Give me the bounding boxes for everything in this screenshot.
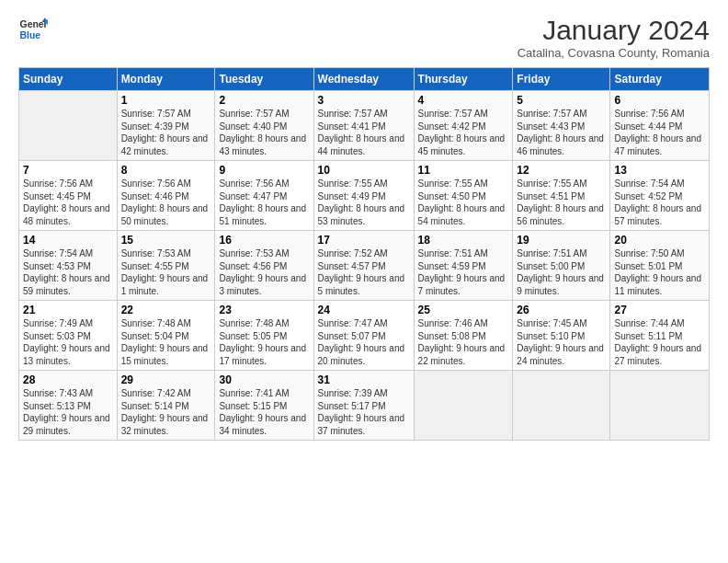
day-number: 27 — [614, 304, 705, 316]
day-info: Sunrise: 7:57 AMSunset: 4:39 PMDaylight:… — [121, 108, 211, 157]
day-info: Sunrise: 7:47 AMSunset: 5:07 PMDaylight:… — [318, 317, 410, 367]
day-info: Sunrise: 7:49 AMSunset: 5:03 PMDaylight:… — [23, 317, 113, 367]
day-number: 22 — [121, 304, 211, 316]
logo-icon: General Blue — [18, 15, 48, 44]
calendar-cell: 4Sunrise: 7:57 AMSunset: 4:42 PMDaylight… — [414, 91, 513, 161]
day-info: Sunrise: 7:57 AMSunset: 4:40 PMDaylight:… — [219, 108, 309, 157]
day-number: 8 — [121, 164, 211, 177]
calendar-cell — [414, 371, 513, 441]
day-number: 21 — [23, 304, 113, 316]
calendar-week-row: 7Sunrise: 7:56 AMSunset: 4:45 PMDaylight… — [19, 161, 710, 231]
calendar-cell: 11Sunrise: 7:55 AMSunset: 4:50 PMDayligh… — [414, 161, 513, 231]
day-number: 6 — [614, 94, 705, 107]
calendar-cell — [610, 371, 710, 441]
day-info: Sunrise: 7:54 AMSunset: 4:52 PMDaylight:… — [614, 178, 705, 227]
svg-text:Blue: Blue — [20, 30, 41, 40]
calendar-cell: 24Sunrise: 7:47 AMSunset: 5:07 PMDayligh… — [313, 301, 414, 371]
calendar-cell: 16Sunrise: 7:53 AMSunset: 4:56 PMDayligh… — [215, 231, 313, 301]
calendar-cell: 3Sunrise: 7:57 AMSunset: 4:41 PMDaylight… — [313, 91, 414, 161]
day-info: Sunrise: 7:39 AMSunset: 5:17 PMDaylight:… — [318, 387, 410, 437]
day-info: Sunrise: 7:56 AMSunset: 4:46 PMDaylight:… — [121, 178, 211, 227]
weekday-header: Thursday — [414, 68, 513, 91]
day-info: Sunrise: 7:57 AMSunset: 4:42 PMDaylight:… — [418, 108, 509, 157]
day-info: Sunrise: 7:55 AMSunset: 4:50 PMDaylight:… — [418, 178, 509, 227]
day-number: 31 — [318, 373, 410, 386]
day-info: Sunrise: 7:51 AMSunset: 5:00 PMDaylight:… — [517, 247, 606, 297]
day-info: Sunrise: 7:54 AMSunset: 4:53 PMDaylight:… — [23, 247, 113, 297]
calendar-table: SundayMondayTuesdayWednesdayThursdayFrid… — [18, 67, 710, 441]
calendar-cell: 17Sunrise: 7:52 AMSunset: 4:57 PMDayligh… — [313, 231, 414, 301]
day-number: 19 — [517, 234, 606, 247]
calendar-week-row: 1Sunrise: 7:57 AMSunset: 4:39 PMDaylight… — [19, 91, 710, 161]
calendar-cell: 15Sunrise: 7:53 AMSunset: 4:55 PMDayligh… — [117, 231, 215, 301]
weekday-header: Wednesday — [313, 68, 414, 91]
weekday-row: SundayMondayTuesdayWednesdayThursdayFrid… — [19, 68, 710, 91]
day-number: 3 — [318, 94, 410, 107]
day-info: Sunrise: 7:44 AMSunset: 5:11 PMDaylight:… — [614, 317, 705, 367]
calendar-cell: 12Sunrise: 7:55 AMSunset: 4:51 PMDayligh… — [513, 161, 610, 231]
day-number: 20 — [614, 234, 705, 247]
calendar-week-row: 28Sunrise: 7:43 AMSunset: 5:13 PMDayligh… — [19, 371, 710, 441]
day-info: Sunrise: 7:46 AMSunset: 5:08 PMDaylight:… — [418, 317, 509, 367]
calendar-week-row: 14Sunrise: 7:54 AMSunset: 4:53 PMDayligh… — [19, 231, 710, 301]
calendar-cell: 26Sunrise: 7:45 AMSunset: 5:10 PMDayligh… — [513, 301, 610, 371]
calendar-week-row: 21Sunrise: 7:49 AMSunset: 5:03 PMDayligh… — [19, 301, 710, 371]
day-number: 24 — [318, 304, 410, 316]
calendar-cell: 9Sunrise: 7:56 AMSunset: 4:47 PMDaylight… — [215, 161, 313, 231]
day-number: 11 — [418, 164, 509, 177]
day-number: 16 — [219, 234, 309, 247]
calendar-cell — [513, 371, 610, 441]
day-number: 14 — [23, 234, 113, 247]
day-info: Sunrise: 7:45 AMSunset: 5:10 PMDaylight:… — [517, 317, 606, 367]
day-info: Sunrise: 7:51 AMSunset: 4:59 PMDaylight:… — [418, 247, 509, 297]
day-info: Sunrise: 7:48 AMSunset: 5:05 PMDaylight:… — [219, 317, 309, 367]
day-number: 7 — [23, 164, 113, 177]
day-info: Sunrise: 7:43 AMSunset: 5:13 PMDaylight:… — [23, 387, 113, 437]
day-number: 15 — [121, 234, 211, 247]
day-number: 2 — [219, 94, 309, 107]
day-number: 1 — [121, 94, 211, 107]
calendar-page: General Blue January 2024 Catalina, Cova… — [0, 0, 728, 563]
calendar-cell: 14Sunrise: 7:54 AMSunset: 4:53 PMDayligh… — [19, 231, 118, 301]
month-title: January 2024 — [518, 15, 710, 46]
day-number: 30 — [219, 373, 309, 386]
day-info: Sunrise: 7:52 AMSunset: 4:57 PMDaylight:… — [318, 247, 410, 297]
day-number: 25 — [418, 304, 509, 316]
calendar-cell: 29Sunrise: 7:42 AMSunset: 5:14 PMDayligh… — [117, 371, 215, 441]
calendar-cell: 19Sunrise: 7:51 AMSunset: 5:00 PMDayligh… — [513, 231, 610, 301]
day-number: 10 — [318, 164, 410, 177]
day-number: 23 — [219, 304, 309, 316]
day-info: Sunrise: 7:57 AMSunset: 4:41 PMDaylight:… — [318, 108, 410, 157]
day-info: Sunrise: 7:41 AMSunset: 5:15 PMDaylight:… — [219, 387, 309, 437]
logo: General Blue — [18, 15, 48, 44]
calendar-cell: 23Sunrise: 7:48 AMSunset: 5:05 PMDayligh… — [215, 301, 313, 371]
weekday-header: Monday — [117, 68, 215, 91]
calendar-cell: 25Sunrise: 7:46 AMSunset: 5:08 PMDayligh… — [414, 301, 513, 371]
day-info: Sunrise: 7:50 AMSunset: 5:01 PMDaylight:… — [614, 247, 705, 297]
calendar-cell — [19, 91, 118, 161]
calendar-cell: 30Sunrise: 7:41 AMSunset: 5:15 PMDayligh… — [215, 371, 313, 441]
calendar-cell: 7Sunrise: 7:56 AMSunset: 4:45 PMDaylight… — [19, 161, 118, 231]
day-info: Sunrise: 7:55 AMSunset: 4:49 PMDaylight:… — [318, 178, 410, 227]
day-info: Sunrise: 7:42 AMSunset: 5:14 PMDaylight:… — [121, 387, 211, 437]
weekday-header: Saturday — [610, 68, 710, 91]
calendar-cell: 2Sunrise: 7:57 AMSunset: 4:40 PMDaylight… — [215, 91, 313, 161]
day-info: Sunrise: 7:56 AMSunset: 4:45 PMDaylight:… — [23, 178, 113, 227]
day-info: Sunrise: 7:56 AMSunset: 4:44 PMDaylight:… — [614, 108, 705, 157]
calendar-cell: 8Sunrise: 7:56 AMSunset: 4:46 PMDaylight… — [117, 161, 215, 231]
day-number: 17 — [318, 234, 410, 247]
day-number: 5 — [517, 94, 606, 107]
title-block: January 2024 Catalina, Covasna County, R… — [518, 15, 710, 60]
subtitle: Catalina, Covasna County, Romania — [518, 46, 710, 60]
calendar-cell: 18Sunrise: 7:51 AMSunset: 4:59 PMDayligh… — [414, 231, 513, 301]
day-info: Sunrise: 7:57 AMSunset: 4:43 PMDaylight:… — [517, 108, 606, 157]
day-number: 28 — [23, 373, 113, 386]
calendar-cell: 31Sunrise: 7:39 AMSunset: 5:17 PMDayligh… — [313, 371, 414, 441]
day-number: 4 — [418, 94, 509, 107]
day-info: Sunrise: 7:53 AMSunset: 4:56 PMDaylight:… — [219, 247, 309, 297]
day-number: 13 — [614, 164, 705, 177]
calendar-header: SundayMondayTuesdayWednesdayThursdayFrid… — [19, 68, 710, 91]
calendar-cell: 6Sunrise: 7:56 AMSunset: 4:44 PMDaylight… — [610, 91, 710, 161]
day-number: 18 — [418, 234, 509, 247]
day-number: 29 — [121, 373, 211, 386]
